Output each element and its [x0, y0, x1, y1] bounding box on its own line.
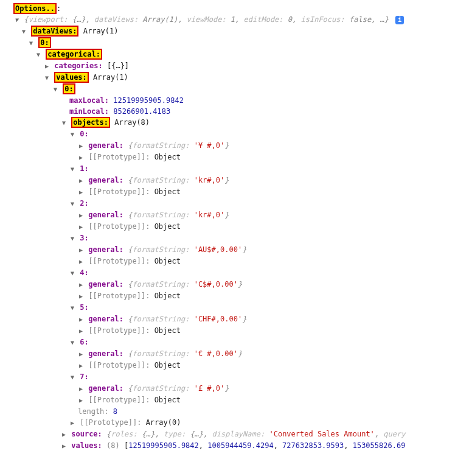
info-icon[interactable]: i — [395, 16, 404, 24]
expand-arrow-icon[interactable]: ▶ — [78, 383, 84, 394]
dataviews-highlight: dataViews: — [31, 26, 78, 37]
expand-arrow-icon[interactable]: ▶ — [78, 349, 84, 360]
expand-arrow-icon[interactable]: ▶ — [44, 61, 50, 72]
object-general-row[interactable]: ▶ general: {formatString: '€ #,0.00'} — [6, 348, 452, 360]
dv-index-highlight: 0: — [38, 37, 50, 48]
maxlocal-row[interactable]: maxLocal: 12519995905.9842 — [6, 95, 452, 106]
object-index-key: 1: — [80, 164, 88, 173]
object-general-row[interactable]: ▶ general: {formatString: 'CHF#,0.00'} — [6, 313, 452, 325]
expand-arrow-icon[interactable]: ▼ — [69, 198, 75, 209]
expand-arrow-icon[interactable]: ▼ — [69, 303, 75, 313]
object-general-row[interactable]: ▶ general: {formatString: '¥ #,0'} — [6, 140, 452, 152]
object-index-key: 3: — [80, 234, 88, 242]
expand-arrow-icon[interactable]: ▶ — [61, 429, 67, 440]
object-index-row[interactable]: ▼ 5: — [6, 302, 452, 313]
object-proto-row[interactable]: ▶ [[Prototype]]: Object — [6, 290, 452, 302]
expand-arrow-icon[interactable]: ▶ — [78, 152, 84, 163]
object-general-row[interactable]: ▶ general: {formatString: 'AU$#,0.00'} — [6, 244, 452, 256]
expand-arrow-icon[interactable]: ▶ — [78, 210, 84, 221]
expand-arrow-icon[interactable]: ▶ — [78, 245, 84, 256]
values-array-row[interactable]: ▶ values: (8) [12519995905.9842, 1005944… — [6, 440, 452, 452]
expand-arrow-icon[interactable]: ▶ — [78, 326, 84, 337]
expand-arrow-icon[interactable]: ▶ — [78, 279, 84, 290]
object-index-row[interactable]: ▼ 1: — [6, 163, 452, 175]
objects-length-row[interactable]: length: 8 — [6, 406, 452, 417]
values-index-highlight: 0: — [63, 83, 75, 94]
object-proto-row[interactable]: ▶ [[Prototype]]: Object — [6, 186, 452, 198]
object-proto-row[interactable]: ▶ [[Prototype]]: Object — [6, 325, 452, 337]
expand-arrow-icon[interactable]: ▶ — [78, 314, 84, 325]
expand-arrow-icon[interactable]: ▼ — [44, 72, 50, 83]
object-index-row[interactable]: ▼ 2: — [6, 198, 452, 209]
values-highlight: values: — [54, 72, 89, 83]
values-index-row[interactable]: ▼ 0: — [6, 83, 452, 95]
source-row[interactable]: ▶ source: {roles: {…}, type: {…}, displa… — [6, 429, 452, 440]
object-index-row[interactable]: ▼ 0: — [6, 128, 452, 140]
object-proto-row[interactable]: ▶ [[Prototype]]: Object — [6, 256, 452, 267]
options-line[interactable]: Options..: — [6, 3, 452, 14]
expand-arrow-icon[interactable]: ▼ — [69, 233, 75, 244]
categories-row[interactable]: ▶ categories: [{…}] — [6, 60, 452, 72]
categorical-highlight: categorical: — [46, 49, 102, 60]
expand-arrow-icon[interactable]: ▼ — [69, 337, 75, 348]
expand-arrow-icon[interactable]: ▼ — [21, 26, 27, 37]
object-index-key: 5: — [80, 303, 88, 312]
expand-arrow-icon[interactable]: ▶ — [78, 291, 84, 302]
expand-arrow-icon[interactable]: ▶ — [78, 141, 84, 152]
dv-index-row[interactable]: ▼ 0: — [6, 37, 452, 49]
object-index-row[interactable]: ▼ 6: — [6, 337, 452, 348]
objects-row[interactable]: ▼ objects: Array(8) — [6, 117, 452, 128]
expand-arrow-icon[interactable]: ▼ — [13, 15, 19, 26]
options-highlight: Options.. — [13, 3, 57, 14]
expand-arrow-icon[interactable]: ▶ — [78, 222, 84, 233]
object-index-row[interactable]: ▼ 3: — [6, 233, 452, 244]
object-proto-row[interactable]: ▶ [[Prototype]]: Object — [6, 221, 452, 233]
expand-arrow-icon[interactable]: ▼ — [28, 38, 34, 49]
object-general-row[interactable]: ▶ general: {formatString: 'C$#,0.00'} — [6, 279, 452, 290]
expand-arrow-icon[interactable]: ▶ — [78, 175, 84, 186]
expand-arrow-icon[interactable]: ▶ — [78, 360, 84, 371]
categorical-row[interactable]: ▼ categorical: — [6, 49, 452, 60]
object-general-row[interactable]: ▶ general: {formatString: 'kr#,0'} — [6, 175, 452, 186]
object-index-key: 6: — [80, 338, 88, 346]
object-index-key: 7: — [80, 373, 88, 381]
object-index-key: 0: — [80, 130, 88, 138]
expand-arrow-icon[interactable]: ▶ — [78, 187, 84, 198]
expand-arrow-icon[interactable]: ▼ — [69, 164, 75, 175]
object-index-row[interactable]: ▼ 7: — [6, 371, 452, 383]
expand-arrow-icon[interactable]: ▼ — [69, 129, 75, 140]
object-index-row[interactable]: ▼ 4: — [6, 267, 452, 279]
objects-highlight: objects: — [71, 117, 110, 128]
object-proto-row[interactable]: ▶ [[Prototype]]: Object — [6, 394, 452, 406]
dataviews-row[interactable]: ▼ dataViews: Array(1) — [6, 26, 452, 37]
expand-arrow-icon[interactable]: ▼ — [61, 117, 67, 128]
objects-proto-row[interactable]: ▶ [[Prototype]]: Array(0) — [6, 417, 452, 429]
minlocal-row[interactable]: minLocal: 85266901.4183 — [6, 106, 452, 117]
object-proto-row[interactable]: ▶ [[Prototype]]: Object — [6, 360, 452, 371]
expand-arrow-icon[interactable]: ▼ — [69, 268, 75, 279]
object-general-row[interactable]: ▶ general: {formatString: 'kr#,0'} — [6, 209, 452, 221]
object-index-key: 4: — [80, 268, 88, 277]
root-summary[interactable]: ▼ {viewport: {…}, dataViews: Array(1), v… — [6, 14, 452, 26]
expand-arrow-icon[interactable]: ▼ — [35, 49, 41, 60]
expand-arrow-icon[interactable]: ▼ — [52, 84, 58, 95]
expand-arrow-icon[interactable]: ▼ — [69, 372, 75, 383]
expand-arrow-icon[interactable]: ▶ — [78, 256, 84, 267]
expand-arrow-icon[interactable]: ▶ — [78, 395, 84, 406]
object-proto-row[interactable]: ▶ [[Prototype]]: Object — [6, 152, 452, 163]
expand-arrow-icon[interactable]: ▶ — [69, 418, 75, 429]
expand-arrow-icon[interactable]: ▶ — [61, 441, 67, 452]
object-general-row[interactable]: ▶ general: {formatString: '£ #,0'} — [6, 383, 452, 394]
values-row[interactable]: ▼ values: Array(1) — [6, 72, 452, 83]
object-index-key: 2: — [80, 199, 88, 208]
